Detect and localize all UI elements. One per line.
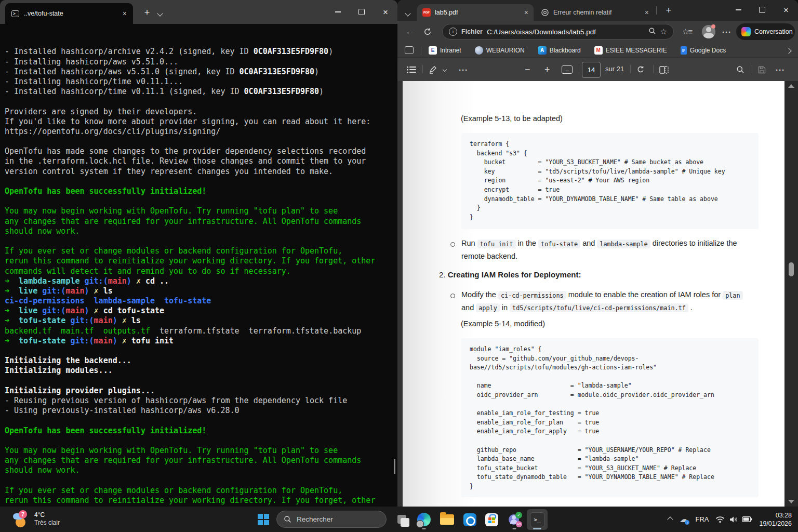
page-number-input[interactable]: 14	[582, 62, 601, 78]
favorite-blackboard[interactable]: A Blackboard	[538, 46, 581, 55]
favorite-intranet[interactable]: E Intranet	[429, 46, 461, 55]
collections-icon[interactable]	[405, 46, 414, 54]
fit-to-width-icon[interactable]: ↔	[562, 63, 573, 76]
language-indicator[interactable]: FRA	[690, 515, 713, 523]
desktop: >_ ..ve/tofu-state × + × - Installed has…	[0, 0, 798, 532]
highlighter-dropdown-icon[interactable]	[443, 63, 446, 76]
rotate-icon[interactable]	[636, 63, 645, 76]
volume-icon[interactable]	[727, 507, 740, 532]
tab-title: lab5.pdf	[435, 9, 520, 16]
pdf-search-icon[interactable]	[736, 63, 744, 76]
browser-close-button[interactable]: ×	[774, 0, 798, 20]
favorite-webaurion[interactable]: WEBAURION	[475, 46, 525, 55]
taskbar-task-view[interactable]	[392, 509, 413, 530]
tab-erreur-chemin-relatif[interactable]: Erreur chemin relatif ×	[536, 4, 654, 21]
pdf-file-icon: PDF	[422, 8, 431, 17]
tab-lab5-pdf[interactable]: PDF lab5.pdf ×	[417, 4, 534, 21]
terminal-maximize-button[interactable]	[350, 0, 374, 24]
favbar-overflow-chevron-icon[interactable]	[787, 46, 791, 55]
terminal-titlebar: >_ ..ve/tofu-state × + ×	[0, 0, 397, 24]
weather-widget[interactable]: 7 4°C Très clair	[12, 510, 60, 528]
code-block-2: module "iam_roles" { source = "github.co…	[461, 338, 759, 497]
terminal-close-button[interactable]: ×	[374, 0, 397, 24]
example1-label: (Example 5-13, to be adapted)	[461, 114, 563, 123]
scroll-up-icon[interactable]	[788, 84, 794, 88]
site-info-icon[interactable]: i	[449, 28, 457, 36]
tray-date: 19/01/2026	[759, 520, 792, 528]
battery-icon[interactable]	[740, 507, 754, 532]
highlighter-icon[interactable]	[429, 63, 437, 76]
zoom-out-icon[interactable]: −	[525, 63, 530, 76]
back-icon[interactable]: ←	[404, 25, 416, 38]
start-button[interactable]	[255, 511, 272, 528]
taskbar-search[interactable]: Rechercher	[276, 511, 387, 528]
clock[interactable]: 03:28 19/01/2026	[754, 511, 798, 528]
terminal-scrollbar[interactable]	[394, 459, 395, 474]
microsoft-store-icon	[485, 513, 498, 526]
browser-maximize-button[interactable]	[750, 0, 774, 20]
edge-icon	[417, 513, 431, 526]
browser-window-controls: ×	[726, 0, 798, 20]
terminal-output-lines: - Installed hashicorp/archive v2.4.2 (si…	[5, 47, 397, 507]
tray-chevron-up-icon[interactable]	[663, 507, 677, 532]
search-icon	[284, 515, 291, 523]
pdf-more-tools-icon[interactable]: ···	[459, 63, 468, 76]
toc-icon[interactable]	[407, 63, 416, 76]
taskbar-terminal[interactable]: >_	[527, 509, 548, 530]
tab-close-icon[interactable]: ×	[645, 8, 649, 17]
taskbar-teams[interactable]: ✓AO	[504, 509, 525, 530]
refresh-icon[interactable]	[421, 25, 434, 38]
tray-time: 03:28	[759, 511, 792, 520]
favorites-hub-icon[interactable]: ☆≡	[682, 27, 691, 36]
code-block-1: terraform { backend "s3" { bucket = "YOU…	[461, 133, 759, 229]
tab-close-icon[interactable]: ×	[524, 8, 528, 17]
tab-search-chevron-icon[interactable]	[406, 8, 410, 18]
browser-menu-icon[interactable]: ···	[721, 25, 733, 38]
taskbar-microsoft-store[interactable]	[481, 509, 502, 530]
profile-notification-dot	[711, 24, 715, 29]
terminal-tab-close-icon[interactable]: ×	[123, 10, 127, 17]
copilot-button[interactable]: Conversation	[736, 23, 795, 40]
address-protocol-label: Fichier	[461, 28, 483, 35]
pdf-scrollbar[interactable]	[784, 81, 798, 507]
onedrive-icon[interactable]: ☁i	[677, 507, 690, 532]
example2-label: (Example 5-14, modified)	[461, 320, 545, 328]
new-tab-button[interactable]: +	[661, 5, 676, 16]
favorite-google-docs[interactable]: Google Docs	[681, 46, 726, 55]
zoom-in-icon[interactable]: +	[544, 63, 550, 76]
favorites-bar: E Intranet WEBAURION A Blackboard M ESIE…	[397, 43, 798, 58]
pdf-more-settings-icon[interactable]: ···	[776, 63, 785, 76]
favorite-esiee-messagerie[interactable]: M ESIEE MESSAGERIE	[594, 46, 667, 55]
gmail-icon: M	[594, 46, 603, 55]
wifi-icon[interactable]	[713, 507, 727, 532]
taskbar-edge[interactable]	[414, 509, 434, 530]
address-url[interactable]: C:/Users/oisas/Downloads/lab5.pdf	[487, 28, 644, 36]
terminal-tab-icon: >_	[11, 10, 19, 17]
google-docs-icon	[681, 46, 687, 55]
address-bar[interactable]: i Fichier C:/Users/oisas/Downloads/lab5.…	[442, 24, 674, 39]
terminal-new-tab-button[interactable]: +	[139, 5, 155, 20]
terminal-tab-title: ..ve/tofu-state	[24, 10, 118, 17]
browser-window: PDF lab5.pdf × Erreur chemin relatif × +…	[397, 0, 798, 507]
page-view-icon[interactable]	[659, 63, 669, 76]
bullet-modify-module: Modify the ci-cd-permissions module to e…	[461, 289, 760, 314]
weather-condition: Très clair	[34, 519, 60, 527]
scroll-down-icon[interactable]	[788, 500, 794, 503]
intranet-icon: E	[429, 46, 437, 55]
terminal-icon: >_	[530, 512, 545, 527]
terminal-tab-dropdown-icon[interactable]	[158, 8, 162, 18]
search-in-address-icon[interactable]	[648, 27, 656, 37]
search-placeholder: Rechercher	[297, 515, 333, 523]
weather-icon: 7	[12, 510, 30, 528]
terminal-tab[interactable]: >_ ..ve/tofu-state ×	[5, 3, 133, 24]
taskbar-file-explorer[interactable]	[436, 509, 457, 530]
favorite-star-icon[interactable]: ☆	[660, 27, 667, 36]
taskbar-outlook[interactable]	[459, 509, 480, 530]
scrollbar-thumb[interactable]	[789, 262, 794, 276]
browser-minimize-button[interactable]	[726, 0, 750, 20]
blackboard-icon: A	[538, 46, 547, 55]
terminal-minimize-button[interactable]	[326, 0, 350, 24]
save-icon[interactable]	[758, 63, 766, 76]
system-tray: ☁i FRA 03:28 19/01/2026	[663, 507, 798, 532]
copilot-label: Conversation	[754, 28, 793, 35]
